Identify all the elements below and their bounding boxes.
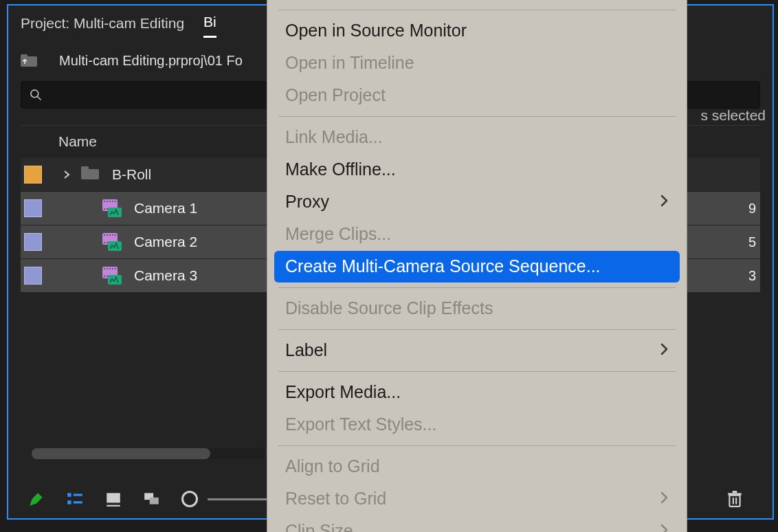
- menu-item-create-multi-camera-source-sequence[interactable]: Create Multi-Camera Source Sequence...: [274, 251, 680, 282]
- menu-item-label: Export Media...: [285, 382, 669, 402]
- svg-rect-45: [74, 501, 82, 503]
- tab-bin[interactable]: Bi: [203, 14, 216, 38]
- svg-rect-20: [107, 234, 108, 236]
- svg-rect-50: [729, 496, 740, 507]
- menu-item-export-media[interactable]: Export Media...: [274, 377, 680, 408]
- svg-rect-37: [107, 276, 108, 277]
- svg-rect-35: [115, 268, 116, 269]
- context-menu: Open in Source MonitorOpen in TimelineOp…: [267, 0, 687, 532]
- menu-item-open-project: Open Project: [274, 80, 680, 111]
- menu-item-open-in-timeline: Open in Timeline: [274, 47, 680, 79]
- trash-icon[interactable]: [726, 490, 744, 508]
- svg-rect-1: [21, 54, 27, 58]
- row-trailing-value: 9: [740, 201, 760, 217]
- menu-item-label: Merge Clips...: [285, 224, 669, 244]
- svg-rect-49: [150, 498, 159, 505]
- menu-item-label: Proxy: [285, 192, 660, 212]
- svg-rect-13: [107, 208, 108, 210]
- svg-rect-36: [104, 276, 105, 277]
- menu-item-label: Label: [285, 340, 660, 360]
- svg-rect-53: [728, 493, 742, 495]
- svg-rect-31: [104, 268, 105, 269]
- label-swatch[interactable]: [24, 267, 42, 285]
- svg-rect-11: [115, 201, 116, 202]
- svg-rect-47: [107, 505, 120, 507]
- menu-item-label: Align to Grid: [285, 456, 669, 476]
- menu-item-label: Open Project: [285, 85, 669, 105]
- menu-item-merge-clips: Merge Clips...: [274, 219, 680, 250]
- chevron-right-icon: [660, 342, 669, 359]
- row-trailing-value: 5: [740, 234, 760, 250]
- svg-rect-46: [107, 493, 120, 502]
- svg-rect-10: [112, 201, 113, 202]
- svg-rect-32: [107, 268, 108, 269]
- menu-item-label[interactable]: Label: [274, 335, 680, 366]
- bin-icon: [81, 166, 99, 184]
- video-audio-clip-icon: [102, 199, 122, 217]
- menu-item-label: Open in Source Monitor: [285, 21, 669, 41]
- svg-rect-8: [107, 201, 108, 202]
- breadcrumb-path: Multi-cam Editing.prproj\01 Fo: [59, 53, 243, 69]
- svg-rect-33: [109, 268, 111, 269]
- menu-item-label: Open in Timeline: [285, 53, 669, 73]
- svg-rect-19: [104, 234, 105, 236]
- video-audio-clip-icon: [102, 267, 122, 285]
- list-view-icon[interactable]: [66, 490, 84, 508]
- svg-rect-34: [112, 268, 113, 269]
- svg-rect-44: [67, 500, 71, 504]
- svg-rect-22: [112, 234, 113, 236]
- video-audio-clip-icon: [102, 233, 122, 251]
- label-swatch[interactable]: [24, 199, 42, 217]
- svg-rect-23: [115, 234, 116, 236]
- menu-item-label: Disable Source Clip Effects: [285, 298, 669, 318]
- menu-item-make-offline[interactable]: Make Offline...: [274, 154, 680, 186]
- menu-item-reset-to-grid: Reset to Grid: [274, 483, 680, 515]
- parent-bin-icon[interactable]: [21, 54, 37, 68]
- svg-rect-25: [107, 242, 108, 243]
- svg-rect-12: [104, 208, 105, 210]
- svg-rect-21: [109, 234, 111, 236]
- disclosure-arrow-icon[interactable]: [57, 170, 76, 179]
- search-icon: [29, 88, 43, 102]
- menu-item-label: Create Multi-Camera Source Sequence...: [285, 256, 669, 276]
- items-selected-label: s selected: [700, 107, 766, 124]
- svg-rect-9: [109, 201, 111, 202]
- scrollbar-thumb[interactable]: [32, 448, 210, 459]
- svg-line-3: [38, 97, 41, 100]
- menu-item-link-media: Link Media...: [274, 122, 680, 153]
- menu-item-label: Clip Size: [285, 521, 660, 532]
- freeform-view-icon[interactable]: [143, 490, 161, 508]
- row-trailing-value: 3: [740, 268, 760, 284]
- label-swatch[interactable]: [24, 166, 42, 184]
- svg-rect-24: [104, 242, 105, 243]
- menu-item-open-in-source-monitor[interactable]: Open in Source Monitor: [274, 15, 680, 47]
- svg-rect-43: [74, 494, 82, 496]
- svg-point-2: [31, 90, 38, 98]
- menu-item-export-text-styles: Export Text Styles...: [274, 409, 680, 441]
- menu-item-proxy[interactable]: Proxy: [274, 186, 680, 218]
- menu-item-label: Export Text Styles...: [285, 414, 669, 434]
- zoom-slider-handle[interactable]: [181, 491, 198, 507]
- menu-item-clip-size: Clip Size: [274, 516, 680, 532]
- svg-rect-54: [733, 491, 737, 493]
- chevron-right-icon: [660, 193, 669, 211]
- menu-item-label: Reset to Grid: [285, 489, 660, 509]
- chevron-right-icon: [660, 522, 669, 533]
- chevron-right-icon: [660, 490, 669, 508]
- svg-rect-42: [67, 493, 71, 496]
- write-icon[interactable]: [27, 490, 45, 508]
- tab-project[interactable]: Project: Multi-cam Editing: [21, 15, 184, 32]
- svg-rect-7: [104, 201, 105, 202]
- menu-item-label: Make Offline...: [285, 159, 669, 179]
- svg-rect-5: [81, 166, 89, 170]
- label-swatch[interactable]: [24, 233, 42, 251]
- menu-item-disable-source-clip-effects: Disable Source Clip Effects: [274, 293, 680, 324]
- menu-item-align-to-grid: Align to Grid: [274, 451, 680, 483]
- menu-item-label: Link Media...: [285, 127, 669, 147]
- svg-rect-4: [81, 169, 99, 179]
- icon-view-icon[interactable]: [104, 490, 122, 508]
